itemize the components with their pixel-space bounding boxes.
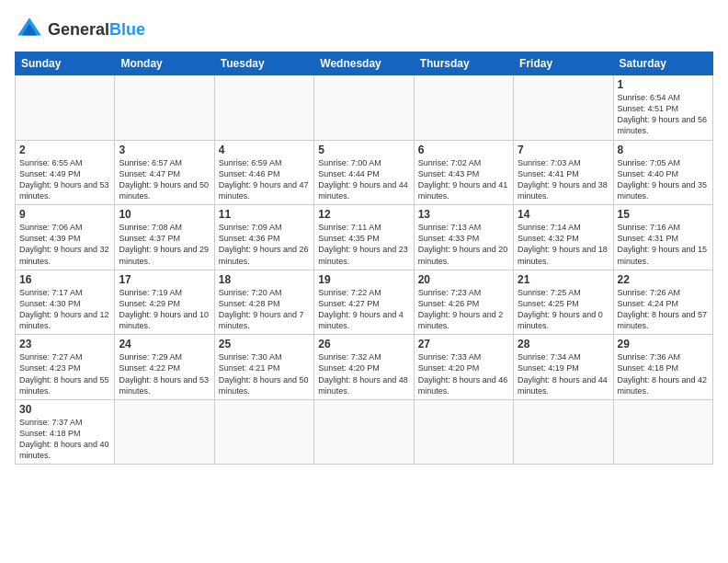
day-info: Sunrise: 7:06 AM Sunset: 4:39 PM Dayligh… [19, 222, 110, 267]
header-row: SundayMondayTuesdayWednesdayThursdayFrid… [16, 52, 713, 75]
week-row-4: 16Sunrise: 7:17 AM Sunset: 4:30 PM Dayli… [16, 270, 713, 335]
logo: GeneralBlue [15, 15, 145, 44]
day-number: 23 [19, 338, 110, 350]
day-number: 3 [119, 144, 210, 156]
day-number: 24 [119, 338, 210, 350]
day-info: Sunrise: 7:05 AM Sunset: 4:40 PM Dayligh… [618, 157, 709, 202]
day-number: 18 [219, 273, 310, 286]
day-number: 19 [318, 273, 409, 286]
calendar-cell: 8Sunrise: 7:05 AM Sunset: 4:40 PM Daylig… [613, 140, 712, 205]
day-number: 7 [518, 144, 609, 156]
calendar-cell: 21Sunrise: 7:25 AM Sunset: 4:25 PM Dayli… [514, 270, 613, 335]
day-info: Sunrise: 7:03 AM Sunset: 4:41 PM Dayligh… [518, 157, 609, 202]
calendar-cell [214, 75, 313, 141]
calendar-cell: 16Sunrise: 7:17 AM Sunset: 4:30 PM Dayli… [16, 270, 115, 335]
day-header-tuesday: Tuesday [214, 52, 313, 75]
day-number: 20 [418, 273, 509, 286]
day-info: Sunrise: 7:09 AM Sunset: 4:36 PM Dayligh… [219, 222, 310, 267]
day-info: Sunrise: 7:16 AM Sunset: 4:31 PM Dayligh… [618, 222, 709, 267]
calendar-cell: 4Sunrise: 6:59 AM Sunset: 4:46 PM Daylig… [214, 140, 313, 205]
calendar-cell [115, 75, 214, 141]
calendar-cell [414, 399, 513, 465]
page: GeneralBlue SundayMondayTuesdayWednesday… [0, 0, 728, 563]
day-number: 17 [119, 273, 210, 286]
calendar-cell: 7Sunrise: 7:03 AM Sunset: 4:41 PM Daylig… [514, 140, 613, 205]
day-number: 10 [119, 208, 210, 221]
calendar-cell: 28Sunrise: 7:34 AM Sunset: 4:19 PM Dayli… [514, 335, 613, 400]
calendar-cell: 29Sunrise: 7:36 AM Sunset: 4:18 PM Dayli… [613, 335, 712, 400]
day-header-monday: Monday [115, 52, 214, 75]
calendar-cell: 1Sunrise: 6:54 AM Sunset: 4:51 PM Daylig… [613, 75, 712, 141]
day-info: Sunrise: 7:34 AM Sunset: 4:19 PM Dayligh… [518, 351, 609, 396]
day-number: 15 [618, 208, 709, 221]
day-info: Sunrise: 6:59 AM Sunset: 4:46 PM Dayligh… [219, 157, 310, 202]
day-number: 25 [219, 338, 310, 350]
calendar-cell: 13Sunrise: 7:13 AM Sunset: 4:33 PM Dayli… [414, 205, 513, 270]
day-number: 16 [19, 273, 110, 286]
week-row-5: 23Sunrise: 7:27 AM Sunset: 4:23 PM Dayli… [16, 335, 713, 400]
calendar-cell: 5Sunrise: 7:00 AM Sunset: 4:44 PM Daylig… [314, 140, 414, 205]
calendar-cell [514, 399, 613, 465]
day-info: Sunrise: 7:29 AM Sunset: 4:22 PM Dayligh… [119, 351, 210, 396]
calendar-cell: 15Sunrise: 7:16 AM Sunset: 4:31 PM Dayli… [613, 205, 712, 270]
day-info: Sunrise: 7:00 AM Sunset: 4:44 PM Dayligh… [318, 157, 409, 202]
calendar-cell: 2Sunrise: 6:55 AM Sunset: 4:49 PM Daylig… [16, 140, 115, 205]
calendar-cell: 19Sunrise: 7:22 AM Sunset: 4:27 PM Dayli… [314, 270, 414, 335]
day-number: 22 [618, 273, 709, 286]
day-info: Sunrise: 7:37 AM Sunset: 4:18 PM Dayligh… [19, 417, 110, 462]
logo-icon [15, 15, 44, 44]
day-info: Sunrise: 7:23 AM Sunset: 4:26 PM Dayligh… [418, 287, 509, 332]
calendar-cell [414, 75, 513, 141]
week-row-3: 9Sunrise: 7:06 AM Sunset: 4:39 PM Daylig… [16, 205, 713, 270]
day-number: 12 [318, 208, 409, 221]
day-info: Sunrise: 7:33 AM Sunset: 4:20 PM Dayligh… [418, 351, 509, 396]
day-number: 4 [219, 144, 310, 156]
day-number: 14 [518, 208, 609, 221]
calendar-cell: 30Sunrise: 7:37 AM Sunset: 4:18 PM Dayli… [16, 399, 115, 465]
day-info: Sunrise: 7:36 AM Sunset: 4:18 PM Dayligh… [618, 351, 709, 396]
day-info: Sunrise: 7:19 AM Sunset: 4:29 PM Dayligh… [119, 287, 210, 332]
day-info: Sunrise: 7:08 AM Sunset: 4:37 PM Dayligh… [119, 222, 210, 267]
calendar-cell [115, 399, 214, 465]
day-info: Sunrise: 7:27 AM Sunset: 4:23 PM Dayligh… [19, 351, 110, 396]
calendar-cell: 11Sunrise: 7:09 AM Sunset: 4:36 PM Dayli… [214, 205, 313, 270]
calendar-cell: 26Sunrise: 7:32 AM Sunset: 4:20 PM Dayli… [314, 335, 414, 400]
calendar-cell [314, 399, 414, 465]
day-number: 28 [518, 338, 609, 350]
calendar-cell [16, 75, 115, 141]
day-number: 1 [618, 78, 709, 91]
day-number: 29 [618, 338, 709, 350]
calendar-cell [314, 75, 414, 141]
day-info: Sunrise: 7:02 AM Sunset: 4:43 PM Dayligh… [418, 157, 509, 202]
day-info: Sunrise: 6:55 AM Sunset: 4:49 PM Dayligh… [19, 157, 110, 202]
calendar-cell: 22Sunrise: 7:26 AM Sunset: 4:24 PM Dayli… [613, 270, 712, 335]
day-number: 2 [19, 144, 110, 156]
day-info: Sunrise: 7:11 AM Sunset: 4:35 PM Dayligh… [318, 222, 409, 267]
day-header-saturday: Saturday [613, 52, 712, 75]
day-info: Sunrise: 7:14 AM Sunset: 4:32 PM Dayligh… [518, 222, 609, 267]
calendar-cell: 3Sunrise: 6:57 AM Sunset: 4:47 PM Daylig… [115, 140, 214, 205]
day-info: Sunrise: 6:54 AM Sunset: 4:51 PM Dayligh… [618, 92, 709, 137]
day-number: 27 [418, 338, 509, 350]
day-info: Sunrise: 7:26 AM Sunset: 4:24 PM Dayligh… [618, 287, 709, 332]
day-info: Sunrise: 7:32 AM Sunset: 4:20 PM Dayligh… [318, 351, 409, 396]
calendar-cell: 14Sunrise: 7:14 AM Sunset: 4:32 PM Dayli… [514, 205, 613, 270]
calendar-cell: 25Sunrise: 7:30 AM Sunset: 4:21 PM Dayli… [214, 335, 313, 400]
day-number: 6 [418, 144, 509, 156]
calendar-cell [613, 399, 712, 465]
calendar-cell: 9Sunrise: 7:06 AM Sunset: 4:39 PM Daylig… [16, 205, 115, 270]
day-header-friday: Friday [514, 52, 613, 75]
calendar-cell: 24Sunrise: 7:29 AM Sunset: 4:22 PM Dayli… [115, 335, 214, 400]
week-row-6: 30Sunrise: 7:37 AM Sunset: 4:18 PM Dayli… [16, 399, 713, 465]
day-info: Sunrise: 7:30 AM Sunset: 4:21 PM Dayligh… [219, 351, 310, 396]
calendar-cell: 17Sunrise: 7:19 AM Sunset: 4:29 PM Dayli… [115, 270, 214, 335]
day-header-wednesday: Wednesday [314, 52, 414, 75]
logo-text: GeneralBlue [48, 21, 145, 39]
day-number: 5 [318, 144, 409, 156]
calendar-table: SundayMondayTuesdayWednesdayThursdayFrid… [15, 52, 713, 465]
calendar-cell: 18Sunrise: 7:20 AM Sunset: 4:28 PM Dayli… [214, 270, 313, 335]
day-number: 11 [219, 208, 310, 221]
day-info: Sunrise: 7:20 AM Sunset: 4:28 PM Dayligh… [219, 287, 310, 332]
header: GeneralBlue [15, 15, 713, 44]
calendar-cell: 10Sunrise: 7:08 AM Sunset: 4:37 PM Dayli… [115, 205, 214, 270]
